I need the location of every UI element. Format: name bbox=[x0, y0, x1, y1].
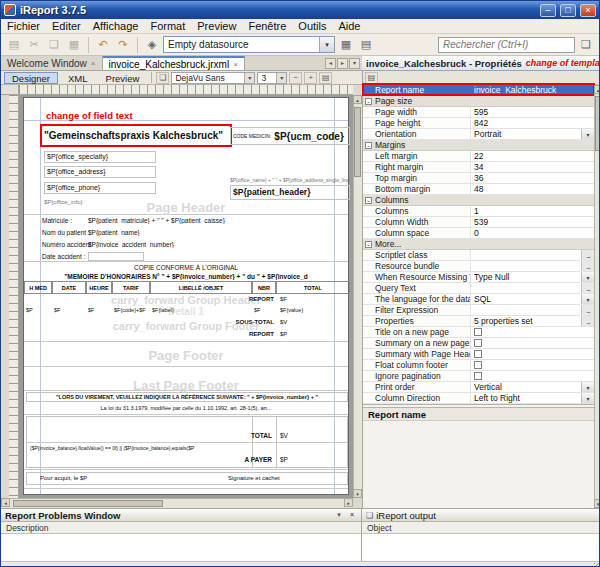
chevron-down-icon[interactable]: ▾ bbox=[276, 73, 286, 83]
checkbox-unchecked[interactable] bbox=[474, 372, 482, 380]
chevron-down-icon[interactable]: ▾ bbox=[319, 37, 334, 52]
zoom-out-icon[interactable]: − bbox=[289, 72, 302, 84]
close-icon[interactable]: × bbox=[347, 511, 357, 519]
prop-row-summary-new-page[interactable]: Summary on a new page bbox=[363, 338, 594, 349]
memoire-line[interactable]: "MEMOIRE D'HONORAIRES N° " + $P{invoice_… bbox=[24, 273, 348, 280]
menu-format[interactable]: Format bbox=[144, 20, 191, 32]
field-patient-header[interactable]: $P{patient_header} bbox=[230, 185, 350, 200]
prop-row-ignore-pagination[interactable]: Ignore pagination bbox=[363, 371, 594, 382]
collapse-icon[interactable]: - bbox=[365, 241, 372, 248]
ellipsis-button[interactable]: ... bbox=[581, 316, 594, 326]
scrollbar-thumb[interactable] bbox=[595, 96, 600, 151]
paste-icon[interactable]: ▦ bbox=[65, 36, 83, 54]
prop-value[interactable] bbox=[471, 327, 594, 337]
prop-value[interactable]: ... bbox=[471, 283, 594, 293]
sous-total-value[interactable]: $V bbox=[280, 319, 340, 325]
cf-footer-report-value[interactable]: $P bbox=[280, 331, 340, 337]
menu-aide[interactable]: Aide bbox=[332, 20, 366, 32]
ellipsis-button[interactable]: ... bbox=[581, 283, 594, 293]
prop-row-right-margin[interactable]: Right margin 34 bbox=[363, 162, 594, 173]
tab-invoice-jrxml[interactable]: invoice_Kalchesbruck.jrxml × bbox=[103, 56, 245, 70]
checkbox-unchecked[interactable] bbox=[474, 328, 482, 336]
loi-line[interactable]: La loi du 31.3.1979, modifiée par celle … bbox=[24, 405, 348, 411]
scrollbar-thumb[interactable] bbox=[13, 500, 163, 507]
prop-row-column-direction[interactable]: Column Direction Left to Right ▾ bbox=[363, 393, 594, 404]
prop-row-print-order[interactable]: Print order Vertical ▾ bbox=[363, 382, 594, 393]
checkbox-unchecked[interactable] bbox=[474, 350, 482, 358]
maximize-button[interactable]: □ bbox=[560, 4, 576, 17]
balance-expression[interactable]: ($P{invoice_balance}.floatValue() == 0f)… bbox=[30, 445, 270, 451]
prop-row-top-margin[interactable]: Top margin 36 bbox=[363, 173, 594, 184]
prop-value[interactable]: Left to Right ▾ bbox=[471, 393, 594, 403]
prop-row-float-column-footer[interactable]: Float column footer bbox=[363, 360, 594, 371]
font-size-combobox[interactable]: 3 ▾ bbox=[257, 72, 287, 84]
output-list[interactable] bbox=[362, 534, 600, 562]
menu-affichage[interactable]: Affichage bbox=[87, 20, 145, 32]
chevron-down-icon[interactable]: ▾ bbox=[581, 294, 594, 304]
label-matricule[interactable]: Matricule : bbox=[42, 217, 92, 224]
prop-row-left-margin[interactable]: Left margin 22 bbox=[363, 151, 594, 162]
col-header-total[interactable]: TOTAL bbox=[276, 281, 350, 294]
problems-list[interactable] bbox=[1, 534, 361, 562]
report-query-icon[interactable]: ▦ bbox=[337, 36, 355, 54]
problems-column-description[interactable]: Description bbox=[1, 522, 361, 534]
prop-row-scriptlet-class[interactable]: Scriptlet class ... bbox=[363, 250, 594, 261]
virement-line[interactable]: "LORS DU VIREMENT, VEUILLEZ INDIQUER LA … bbox=[26, 392, 348, 402]
copy-icon[interactable]: ❏ bbox=[45, 36, 63, 54]
scroll-up-icon[interactable]: ▴ bbox=[353, 95, 362, 104]
collapse-icon[interactable]: - bbox=[365, 197, 372, 204]
prop-value[interactable]: ... bbox=[471, 261, 594, 271]
prop-value[interactable]: 1 bbox=[471, 206, 594, 216]
connections-icon[interactable]: ▤ bbox=[357, 36, 375, 54]
prop-value[interactable]: 0 bbox=[471, 228, 594, 238]
a-payer-label[interactable]: A PAYER bbox=[204, 456, 272, 463]
ellipsis-button[interactable]: ... bbox=[581, 305, 594, 315]
col-header-nbr[interactable]: NBR bbox=[252, 281, 276, 294]
a-payer-value[interactable]: $P bbox=[280, 456, 340, 463]
scroll-left-icon[interactable]: ◂ bbox=[325, 58, 336, 69]
prop-row-when-resource-missing[interactable]: When Resource Missing Type Type Null ▾ bbox=[363, 272, 594, 283]
col-header-date[interactable]: DATE bbox=[52, 281, 86, 294]
cf-footer-report-label[interactable]: REPORT bbox=[220, 331, 274, 337]
field-office-info[interactable]: $P{office_info} bbox=[44, 199, 156, 208]
prop-row-title-new-page[interactable]: Title on a new page bbox=[363, 327, 594, 338]
prop-row-report-name[interactable]: Report name invoice_Kalchesbruck bbox=[363, 85, 594, 96]
prop-row-column-space[interactable]: Column space 0 bbox=[363, 228, 594, 239]
close-icon[interactable]: × bbox=[233, 60, 238, 69]
prop-row-page-width[interactable]: Page width 595 bbox=[363, 107, 594, 118]
prop-row-bottom-margin[interactable]: Bottom margin 48 bbox=[363, 184, 594, 195]
menu-fichier[interactable]: Fichier bbox=[1, 20, 46, 32]
chevron-down-icon[interactable]: ▾ bbox=[244, 73, 254, 83]
detail-cell[interactable]: $F{code}+$F bbox=[114, 307, 150, 313]
prop-row-summary-with-page-header[interactable]: Summary with Page Header and Foo bbox=[363, 349, 594, 360]
field-office-specialty[interactable]: $P{office_specialty} bbox=[44, 151, 156, 163]
copy-conforme-line[interactable]: COPIE CONFORME À L'ORIGINAL bbox=[24, 264, 348, 271]
prop-value[interactable]: Type Null ▾ bbox=[471, 272, 594, 282]
scrollbar-thumb[interactable] bbox=[354, 107, 361, 177]
clipboard-icon[interactable]: ▤ bbox=[5, 36, 23, 54]
prop-row-properties[interactable]: Properties 5 properties set ... bbox=[363, 316, 594, 327]
view-xml-button[interactable]: XML bbox=[60, 72, 96, 84]
collapse-icon[interactable]: - bbox=[365, 142, 372, 149]
field-accident-date[interactable] bbox=[88, 252, 144, 261]
undo-icon[interactable]: ↶ bbox=[94, 36, 112, 54]
redo-icon[interactable]: ↷ bbox=[114, 36, 132, 54]
cf-header-report-label[interactable]: REPORT bbox=[220, 296, 274, 302]
prop-section-columns[interactable]: - Columns bbox=[363, 195, 594, 206]
prop-value[interactable]: ... bbox=[471, 305, 594, 315]
prop-row-column-width[interactable]: Column Width 539 bbox=[363, 217, 594, 228]
static-text-title[interactable]: "Gemeinschaftspraxis Kalchesbruck" bbox=[44, 128, 230, 144]
prop-row-query-language[interactable]: The language for the dataset query SQL ▾ bbox=[363, 294, 594, 305]
prop-value[interactable]: 842 bbox=[471, 118, 594, 128]
field-office-address[interactable]: $P{office_address} bbox=[44, 166, 156, 178]
scroll-up-icon[interactable]: ▴ bbox=[594, 85, 600, 94]
total-label[interactable]: TOTAL bbox=[204, 432, 272, 439]
prop-value[interactable]: 22 bbox=[471, 151, 594, 161]
tab-list-icon[interactable]: ▾ bbox=[349, 58, 360, 69]
zoom-in-icon[interactable]: + bbox=[304, 72, 317, 84]
prop-row-page-height[interactable]: Page height 842 bbox=[363, 118, 594, 129]
detail-cell[interactable]: $F{label} bbox=[152, 307, 250, 313]
chevron-down-icon[interactable]: ▾ bbox=[581, 129, 594, 139]
detail-cell[interactable]: $F bbox=[254, 307, 274, 313]
prop-row-filter-expression[interactable]: Filter Expression ... bbox=[363, 305, 594, 316]
